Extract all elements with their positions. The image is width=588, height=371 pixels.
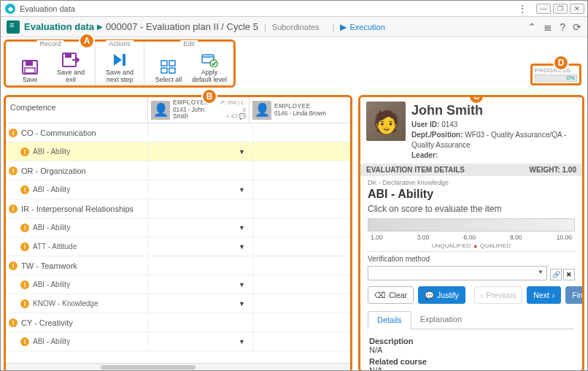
close-button[interactable]: ✕ [570,4,584,14]
scale-tick: 8.00 [510,234,522,241]
app-icon: ◆ [5,4,15,14]
competence-category-row[interactable]: !CY - Creativity [6,313,350,332]
competence-grid-panel: B Competence EMPLOYEE 0143 - John Smith … [4,95,352,371]
competence-category-row[interactable]: !OR - Organization [6,161,350,180]
apply-default-level-button[interactable]: Apply default level [191,49,228,84]
maximize-button[interactable]: ❐ [553,4,568,14]
help-icon[interactable]: ? [560,21,565,33]
warning-icon: ! [20,280,29,289]
competence-category-row[interactable]: !TW - Teamwork [6,256,350,275]
clear-field-icon[interactable]: ✖ [563,269,575,280]
row-label: TW - Teamwork [21,261,77,270]
score-dropdown[interactable]: ▼ [148,142,253,161]
module-icon [7,20,20,34]
svg-rect-4 [65,54,71,58]
row-label: ABI - Ability [33,223,70,232]
svg-rect-5 [123,54,125,66]
competence-item-row[interactable]: !ABI - Ability▼ [6,142,350,161]
warning-icon: ! [9,167,18,175]
warning-icon: ! [20,337,29,346]
previous-button[interactable]: ‹Previous [474,286,522,304]
refresh-icon[interactable]: ⟳ [573,21,581,33]
competence-item-row[interactable]: !ABI - Ability▼ [6,218,350,237]
next-button[interactable]: Next› [527,286,561,304]
collapse-icon[interactable]: ⌃ [527,21,536,33]
score-hint: Click on score to evaluate the item [368,204,575,214]
next-icon [110,52,129,68]
competence-item-row[interactable]: !ABI - Ability▼ [6,275,350,294]
score-scale[interactable]: 1.003.006.008.0010.00 UNQUALIFIED ▲ QUAL… [368,218,575,252]
competence-item-row[interactable]: !ABI - Ability▼ [6,180,350,199]
warning-icon: ! [20,242,29,251]
column-competence[interactable]: Competence [6,97,148,123]
grid-body[interactable]: !CO - Communication!ABI - Ability▼!OR - … [6,123,350,363]
score-dropdown[interactable]: ▼ [148,275,253,294]
scale-tick: 10.00 [557,234,572,241]
row-label: CY - Creativity [21,318,73,327]
save-button[interactable]: Save [12,49,48,84]
minimize-button[interactable]: — [536,4,551,14]
warning-icon: ! [20,148,29,156]
row-label: ABI - Ability [33,337,70,345]
breadcrumb-record: 000007 - Evaluation plan II / Cycle 5 [106,21,258,32]
breadcrumb-module[interactable]: Evaluation data [24,21,94,32]
horizontal-scrollbar[interactable] [6,363,350,370]
verification-label: Verification method [368,255,575,263]
window-title: Evaluation data [20,4,515,13]
description-label: Description [369,337,573,345]
competence-category-row[interactable]: !IR - Interpersonal Relationships [6,199,350,218]
chevron-left-icon: ‹ [481,291,484,299]
toolbar-section-actions: Actions [106,40,134,47]
competence-item-row[interactable]: !ABI - Ability▼ [6,332,350,351]
competence-category-row[interactable]: !CO - Communication [6,123,350,142]
row-label: OR - Organization [21,167,86,175]
select-all-button[interactable]: Select all [150,49,187,84]
save-icon [20,59,39,75]
toolbar-section-edit: Edit [180,40,198,47]
chevron-right-icon: ▶ [97,23,103,31]
item-name: ABI - Ability [368,188,575,201]
user-id: 0143 [441,121,457,129]
toolbar: A Record Save Save and exit Actions Save… [1,37,587,92]
score-dropdown[interactable]: ▼ [148,237,253,256]
link-icon[interactable]: 🔗 [550,269,562,280]
svg-rect-1 [26,61,33,66]
tab-explanation[interactable]: Explanation [411,311,471,329]
score-bar[interactable] [368,218,575,232]
finish-button[interactable]: Finish✓ [565,286,582,304]
kebab-menu-icon[interactable]: ⋮ [515,4,530,14]
detail-section-bar: EVALUATION ITEM DETAILS WEIGHT: 1.00 [360,164,582,176]
column-employee-2[interactable]: EMPLOYEE 0146 - Linda Brown [249,97,350,123]
execution-link[interactable]: Execution [349,23,384,31]
svg-rect-9 [169,68,175,73]
score-dropdown[interactable]: ▼ [148,218,253,237]
warning-icon: ! [9,129,18,137]
row-label: IR - Interpersonal Relationships [21,204,134,213]
row-label: KNOW - Knowledge [33,299,98,307]
related-course-value: N/A [369,366,573,370]
clear-button[interactable]: ⌫Clear [368,286,414,304]
grid-header: Competence EMPLOYEE 0143 - John Smith P:… [6,97,350,123]
column-employee-1[interactable]: EMPLOYEE 0143 - John Smith P: 0% | L: 0 … [148,97,249,123]
svg-rect-6 [161,61,167,66]
list-icon[interactable]: ≣ [543,21,552,33]
related-course-label: Related course [369,357,573,366]
justify-button[interactable]: 💬Justify [418,286,465,304]
competence-item-row[interactable]: !KNOW - Knowledge▼ [6,294,350,313]
row-label: CO - Communication [21,129,96,137]
callout-b: B [201,88,217,104]
score-dropdown[interactable]: ▼ [148,332,253,351]
svg-rect-2 [25,68,35,73]
save-and-exit-button[interactable]: Save and exit [53,49,89,84]
subordinates-link[interactable]: Subordinates [272,23,320,31]
save-and-next-button[interactable]: Save and next step [101,49,138,84]
progress-value: 0% [566,74,575,81]
score-dropdown[interactable]: ▼ [148,180,253,199]
competence-item-row[interactable]: !ATT - Attitude▼ [6,237,350,256]
warning-icon: ! [20,186,29,194]
warning-icon: ! [20,299,29,308]
detail-panel: C 🧑 John Smith User ID: 0143 Dept./Posit… [358,95,584,371]
score-dropdown[interactable]: ▼ [148,294,253,313]
verification-method-select[interactable] [368,266,547,280]
tab-details[interactable]: Details [368,311,411,329]
